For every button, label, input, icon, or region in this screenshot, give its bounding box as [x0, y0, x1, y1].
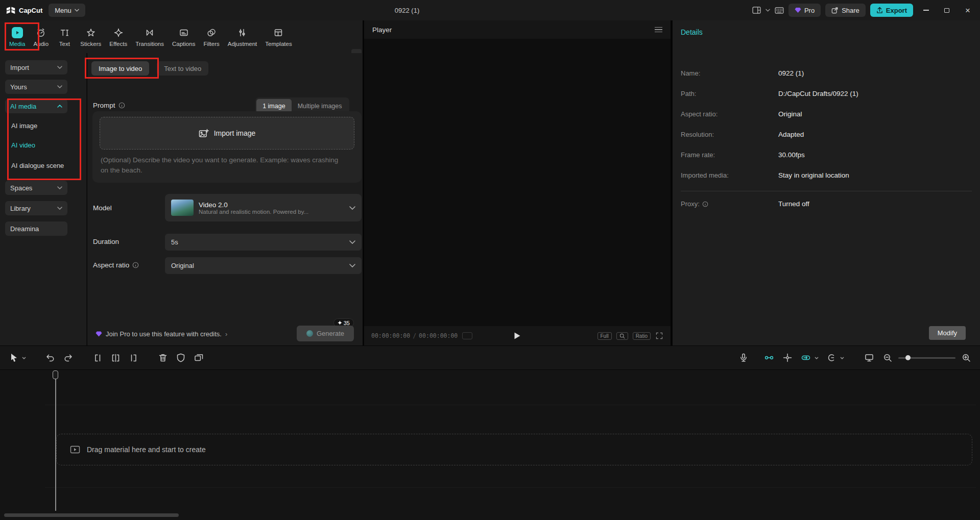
- detail-value: Adapted: [778, 131, 804, 138]
- tab-filters[interactable]: Filters: [199, 27, 223, 47]
- ai-video-generator-panel: Image to video Text to video Prompt 1 im…: [87, 53, 363, 345]
- titlebar-right-controls: Pro Share Export ×: [752, 0, 976, 20]
- menu-button[interactable]: Menu: [49, 4, 85, 17]
- pro-button[interactable]: Pro: [788, 4, 821, 17]
- info-icon[interactable]: [118, 102, 125, 109]
- tab-label: Text: [59, 41, 70, 47]
- layout-panels-icon[interactable]: [752, 7, 761, 14]
- export-button[interactable]: Export: [870, 4, 913, 17]
- tab-audio[interactable]: Audio: [29, 27, 53, 47]
- model-select[interactable]: Video 2.0 Natural and realistic motion. …: [165, 194, 362, 221]
- timecode-options-button[interactable]: [462, 332, 472, 339]
- sidebar-item-ai-video[interactable]: AI video: [11, 139, 35, 151]
- split-button[interactable]: [108, 350, 123, 365]
- voiceover-mic-button[interactable]: [736, 350, 751, 365]
- generate-button[interactable]: Generate: [297, 326, 354, 341]
- close-button[interactable]: ×: [960, 0, 976, 20]
- model-label: Model: [93, 204, 112, 212]
- full-preview-button[interactable]: Full: [597, 332, 612, 340]
- detail-row-imported-media: Imported media: Stay in original locatio…: [681, 171, 972, 181]
- mask-button[interactable]: [173, 350, 188, 365]
- maximize-button[interactable]: [939, 0, 955, 20]
- auto-reframe-button[interactable]: [761, 350, 777, 365]
- generate-spinner-icon: [306, 330, 313, 337]
- close-icon: ×: [965, 6, 970, 15]
- sidebar-item-ai-media[interactable]: AI media: [5, 99, 67, 113]
- overlay-button[interactable]: [191, 350, 206, 365]
- trim-right-button[interactable]: [126, 350, 141, 365]
- tab-label: Stickers: [80, 41, 101, 47]
- aspect-ratio-select[interactable]: Original: [165, 257, 362, 274]
- media-clip-icon: [70, 444, 80, 455]
- zoom-slider-knob[interactable]: [905, 355, 911, 360]
- info-icon[interactable]: [132, 262, 139, 268]
- select-tool-caret-icon[interactable]: [22, 350, 28, 365]
- layout-caret-icon[interactable]: [766, 9, 770, 12]
- import-image-dropzone[interactable]: Import image: [100, 117, 354, 150]
- timeline-dropzone[interactable]: Drag material here and start to create: [56, 434, 972, 465]
- trim-left-button[interactable]: [90, 350, 105, 365]
- redo-button[interactable]: [60, 350, 76, 365]
- sidebar-item-yours[interactable]: Yours: [5, 80, 67, 94]
- chevron-up-icon: [57, 105, 62, 108]
- tab-text[interactable]: Text: [53, 27, 76, 47]
- ratio-button[interactable]: Ratio: [633, 332, 651, 340]
- aspect-ratio-value: Original: [171, 262, 194, 269]
- player-preview[interactable]: [364, 39, 671, 326]
- aspect-ratio-label: Aspect ratio: [93, 261, 129, 269]
- sticker-icon: [86, 27, 96, 38]
- share-label: Share: [842, 7, 859, 14]
- keyboard-shortcuts-icon[interactable]: [775, 7, 784, 14]
- detail-row-aspect-ratio: Aspect ratio: Original: [681, 110, 972, 119]
- linked-mode-button[interactable]: [798, 350, 814, 365]
- modify-button[interactable]: Modify: [929, 326, 966, 340]
- preview-axis-button[interactable]: [862, 350, 877, 365]
- keyframe-crosshair-button[interactable]: [780, 350, 795, 365]
- sidebar-item-library[interactable]: Library: [5, 201, 67, 215]
- timeline-zoom-out-button[interactable]: [880, 350, 895, 365]
- sidebar-label-ai-dialogue: AI dialogue scene: [11, 162, 64, 169]
- join-pro-link[interactable]: Join Pro to use this feature with credit…: [95, 330, 227, 338]
- tab-templates[interactable]: Templates: [261, 27, 296, 47]
- detail-value: 30.00fps: [778, 151, 805, 159]
- fullscreen-button[interactable]: [655, 332, 663, 340]
- tab-media[interactable]: Media: [5, 27, 29, 47]
- sidebar-item-import[interactable]: Import: [5, 60, 67, 75]
- tab-adjustment[interactable]: Adjustment: [224, 27, 261, 47]
- play-button[interactable]: [514, 332, 521, 340]
- horizontal-scrollbar[interactable]: [4, 513, 179, 517]
- prompt-input-box[interactable]: Import image (Optional) Describe the vid…: [92, 111, 362, 183]
- tab-captions[interactable]: Captions: [168, 27, 199, 47]
- select-tool-button[interactable]: [6, 350, 21, 365]
- sidebar-item-spaces[interactable]: Spaces: [5, 181, 67, 195]
- undo-button[interactable]: [42, 350, 58, 365]
- image-to-video-button[interactable]: Image to video: [91, 61, 149, 76]
- transitions-icon: [145, 27, 155, 38]
- text-to-video-button[interactable]: Text to video: [157, 61, 208, 76]
- snapping-caret-icon[interactable]: [840, 350, 846, 365]
- tab-stickers[interactable]: Stickers: [76, 27, 105, 47]
- titlebar: CapCut Menu 0922 (1) Pro Share Export: [0, 0, 980, 20]
- current-time: 00:00:00:00: [371, 332, 410, 339]
- delete-button[interactable]: [155, 350, 171, 365]
- share-button[interactable]: Share: [825, 4, 866, 17]
- proxy-label: Proxy:: [681, 200, 700, 208]
- snapping-button[interactable]: [824, 350, 839, 365]
- ratio-label: Ratio: [636, 333, 648, 339]
- credits-count: 35: [344, 320, 350, 326]
- timeline-zoom-in-button[interactable]: [959, 350, 974, 365]
- player-menu-icon[interactable]: [655, 27, 662, 33]
- zoom-level-button[interactable]: [616, 332, 628, 340]
- playhead-handle[interactable]: [53, 370, 58, 379]
- minimize-icon: [923, 10, 929, 11]
- tab-effects[interactable]: Effects: [105, 27, 131, 47]
- timeline-zoom-slider[interactable]: [898, 350, 955, 365]
- tab-transitions[interactable]: Transitions: [131, 27, 168, 47]
- minimize-button[interactable]: [918, 0, 934, 20]
- sidebar-item-ai-image[interactable]: AI image: [11, 119, 37, 132]
- sidebar-item-ai-dialogue-scene[interactable]: AI dialogue scene: [11, 159, 64, 171]
- duration-select[interactable]: 5s: [165, 234, 362, 251]
- linked-mode-caret-icon[interactable]: [815, 350, 821, 365]
- sidebar-item-dreamina[interactable]: Dreamina: [5, 221, 67, 236]
- info-icon[interactable]: [702, 201, 708, 207]
